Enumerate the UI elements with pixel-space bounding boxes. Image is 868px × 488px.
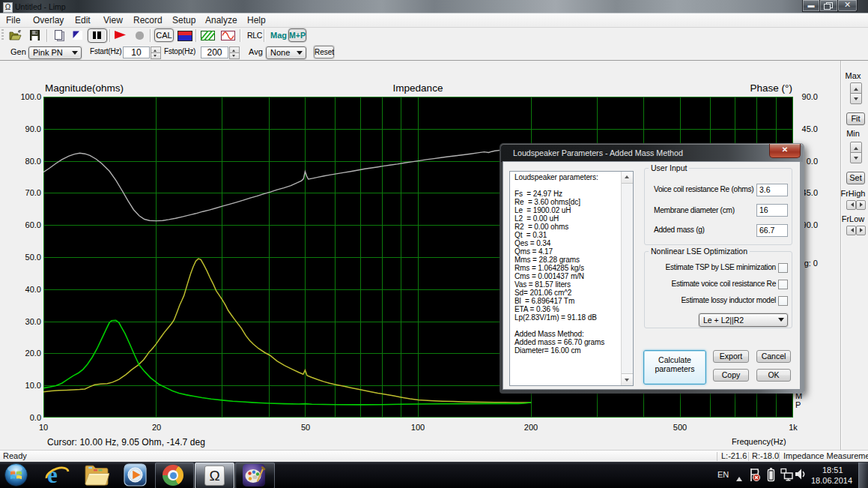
- svg-text:e: e: [47, 463, 58, 487]
